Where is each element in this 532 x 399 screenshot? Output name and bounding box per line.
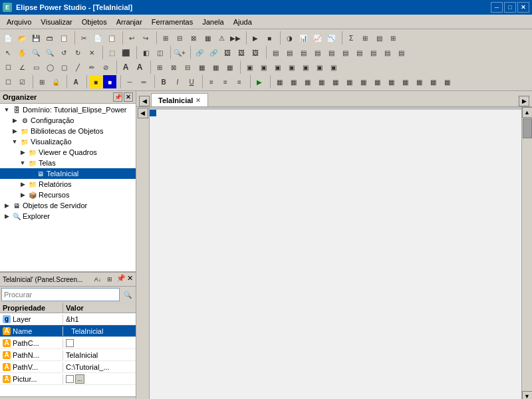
tb-btn-copy3[interactable]: ⬛ <box>119 46 132 59</box>
tb-d13[interactable]: ▦ <box>440 75 454 88</box>
tb-draw-c6[interactable]: ▣ <box>313 61 326 74</box>
tb-btn-img2[interactable]: 🖼 <box>235 46 248 59</box>
scroll-up-button[interactable]: ▲ <box>522 107 533 118</box>
menu-item-objetos[interactable]: Objetos <box>78 17 111 27</box>
tb-btn-x[interactable]: ✕ <box>85 46 98 59</box>
maximize-button[interactable]: □ <box>504 2 516 13</box>
tb-draw-select[interactable]: ☐ <box>1 61 15 74</box>
undo-button[interactable]: ↩ <box>125 31 138 45</box>
tb-btn-lnk2[interactable]: 🔗 <box>207 46 220 59</box>
tb-draw-c4[interactable]: ▣ <box>285 61 298 74</box>
close-button[interactable]: ✕ <box>517 2 529 13</box>
prop-row-picture[interactable]: A Pictur... ... <box>0 373 136 385</box>
tb-color-fill[interactable]: ■ <box>89 75 102 88</box>
tb-d12[interactable]: ▦ <box>426 75 440 88</box>
checkbox-pathc[interactable] <box>66 339 74 347</box>
canvas-inner[interactable] <box>150 110 521 399</box>
props-close-button[interactable]: ✕ <box>127 274 133 285</box>
tb-draw-c2[interactable]: ▣ <box>257 61 270 74</box>
props-sort-alpha-button[interactable]: A↓ <box>92 274 103 285</box>
picture-browse-button[interactable]: ... <box>75 374 84 384</box>
tb-draw-b1[interactable]: ⊞ <box>153 61 166 74</box>
tb-d1[interactable]: ▦ <box>273 75 286 88</box>
tb-btn-t1[interactable]: ▶▶ <box>229 31 242 45</box>
tree-item-telainicial[interactable]: 🖥 TelaInicial <box>0 168 136 179</box>
scroll-down-button[interactable]: ▼ <box>522 391 533 399</box>
tb-btn-t2[interactable]: 📈 <box>311 31 324 45</box>
tb-d2[interactable]: ▦ <box>287 75 300 88</box>
tree-item-libs[interactable]: ▶ 📁 Bibliotecas de Objetos <box>0 126 136 136</box>
organizer-pin-button[interactable]: 📌 <box>113 92 122 102</box>
tb-btn-lnk[interactable]: 🔗 <box>193 46 206 59</box>
checkbox-picture[interactable] <box>66 375 74 383</box>
tab-telainicial[interactable]: TelaInicial ✕ <box>151 93 208 106</box>
tb-align-right[interactable]: ≡ <box>233 75 246 88</box>
tb-draw-b3[interactable]: ⊟ <box>181 61 194 74</box>
tb-btn-f4[interactable]: ▤ <box>311 46 324 59</box>
vertical-scrollbar[interactable]: ▲ ▼ <box>521 107 532 399</box>
tb-d11[interactable]: ▦ <box>412 75 426 88</box>
tb-draw-A[interactable]: A <box>119 61 132 74</box>
tb-btn-copy2[interactable]: ⬚ <box>105 46 118 59</box>
open-button[interactable]: 📂 <box>15 31 29 45</box>
tb-btn-g3[interactable]: ⊠ <box>187 31 200 45</box>
canvas-nav-btn[interactable]: ◀ <box>138 108 148 118</box>
tb-draw-c1[interactable]: ▣ <box>243 61 256 74</box>
tb-d3[interactable]: ▦ <box>301 75 314 88</box>
search-input[interactable] <box>1 288 120 301</box>
tb-draw-round[interactable]: ▢ <box>57 61 70 74</box>
menu-item-arquivo[interactable]: Arquivo <box>3 17 35 27</box>
tb-d9[interactable]: ▦ <box>384 75 398 88</box>
tb-btn-f8[interactable]: ▤ <box>366 46 380 59</box>
save-button[interactable]: 💾 <box>29 31 43 45</box>
tb-draw-ellipse[interactable]: ◯ <box>43 61 57 74</box>
save-all-button[interactable]: 🗃 <box>43 31 57 45</box>
new-button[interactable]: 📄 <box>1 31 15 45</box>
tb-draw-b4[interactable]: ▦ <box>195 61 208 74</box>
tb-btn-t3[interactable]: 📉 <box>325 31 338 45</box>
tb-btn-g2[interactable]: ⊟ <box>173 31 186 45</box>
tb-btn-al[interactable]: ◧ <box>139 46 152 59</box>
rotate-button[interactable]: ↺ <box>57 46 70 59</box>
hand-button[interactable]: ✋ <box>15 46 29 59</box>
prop-row-pathc[interactable]: A PathC... <box>0 337 136 349</box>
tree-item-viz[interactable]: ▼ 📁 Visualização <box>0 136 136 147</box>
tb-underline[interactable]: U <box>185 75 198 88</box>
tb-btn-bar[interactable]: 📊 <box>297 31 310 45</box>
tb-btn-grid[interactable]: ⊞ <box>159 31 172 45</box>
tb-align-left[interactable]: ≡ <box>205 75 218 88</box>
tb-btn-rot2[interactable]: ↻ <box>71 46 84 59</box>
tb-draw-b5[interactable]: ▦ <box>209 61 222 74</box>
tb-draw-eraser[interactable]: ⊘ <box>99 61 112 74</box>
menu-item-visualizar[interactable]: Visualizar <box>37 17 76 27</box>
copy-button[interactable]: 📄 <box>91 31 104 45</box>
tb-d6[interactable]: ▦ <box>342 75 356 88</box>
tb-border-style[interactable]: ═ <box>137 75 150 88</box>
tb-btn-t5[interactable]: ⊞ <box>386 31 400 45</box>
tb-btn-stop[interactable]: ■ <box>263 31 276 45</box>
scroll-track[interactable] <box>522 118 532 391</box>
tab-close-telainicial[interactable]: ✕ <box>196 97 201 104</box>
tb-btn-f1[interactable]: ▤ <box>269 46 282 59</box>
tb-align-l[interactable]: ☐ <box>1 75 15 88</box>
prop-row-layer[interactable]: g Layer &h1 <box>0 313 136 325</box>
tb-d8[interactable]: ▦ <box>370 75 384 88</box>
tb-btn-sum[interactable]: Σ <box>344 31 358 45</box>
tb-italic[interactable]: I <box>171 75 184 88</box>
cut-button[interactable]: ✂ <box>77 31 90 45</box>
tree-item-recursos[interactable]: ▶ 📦 Recursos <box>0 190 136 200</box>
tb-btn-img3[interactable]: 🖼 <box>249 46 262 59</box>
canvas-area[interactable]: ◀ ▲ ▼ <box>136 107 532 399</box>
tb-btn-f10[interactable]: ▤ <box>394 46 408 59</box>
tb-draw-b6[interactable]: ▦ <box>223 61 236 74</box>
menu-item-arranjar[interactable]: Arranjar <box>112 17 146 27</box>
tb-draw-c3[interactable]: ▣ <box>271 61 284 74</box>
zoom-in-btn[interactable]: 🔍+ <box>173 46 186 59</box>
props-pin-button[interactable]: 📌 <box>116 274 126 285</box>
tree-item-viewers[interactable]: ▶ 📁 Viewer e Quadros <box>0 147 136 158</box>
menu-item-janela[interactable]: Janela <box>198 17 227 27</box>
tb-d5[interactable]: ▦ <box>329 75 342 88</box>
tb-btn-f6[interactable]: ▤ <box>338 46 352 59</box>
tree-item-telas[interactable]: ▼ 📁 Telas <box>0 158 136 168</box>
tb-btn-f9[interactable]: ▤ <box>380 46 394 59</box>
